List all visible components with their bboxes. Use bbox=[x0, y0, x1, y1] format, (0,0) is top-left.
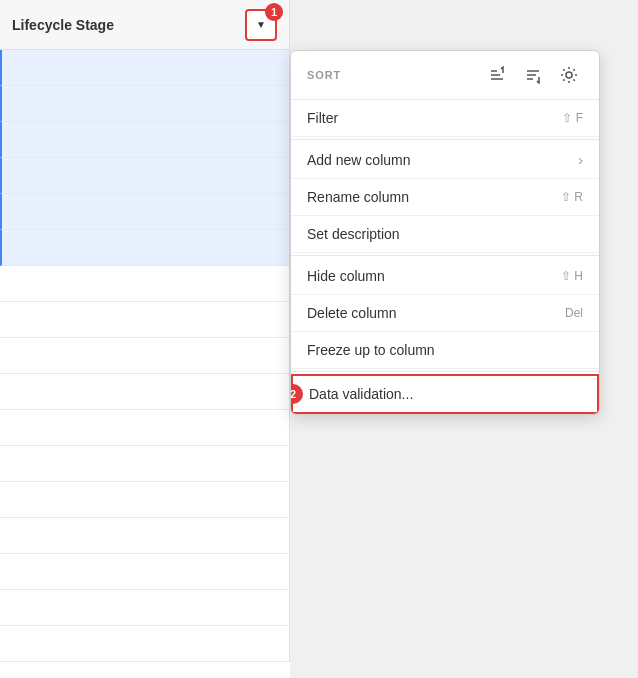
column-dropdown-button[interactable]: 1 bbox=[245, 9, 277, 41]
table-row[interactable] bbox=[0, 482, 290, 518]
menu-item-freeze-column[interactable]: Freeze up to column bbox=[291, 332, 599, 369]
menu-item-add-column[interactable]: Add new column › bbox=[291, 142, 599, 179]
table-row[interactable] bbox=[0, 554, 290, 590]
sort-desc-button[interactable] bbox=[519, 61, 547, 89]
table-row[interactable] bbox=[0, 302, 290, 338]
menu-item-set-description[interactable]: Set description bbox=[291, 216, 599, 253]
table-row[interactable] bbox=[0, 446, 290, 482]
table-row[interactable] bbox=[0, 626, 290, 662]
table-rows-left bbox=[0, 50, 290, 678]
menu-item-shortcut: ⇧ H bbox=[561, 269, 583, 283]
table-row[interactable] bbox=[0, 122, 290, 158]
menu-item-shortcut: ⇧ R bbox=[561, 190, 583, 204]
table-row[interactable] bbox=[0, 410, 290, 446]
menu-item-label: Delete column bbox=[307, 305, 565, 321]
menu-divider bbox=[291, 139, 599, 140]
menu-item-label: Set description bbox=[307, 226, 583, 242]
settings-icon bbox=[560, 66, 578, 84]
column-title: Lifecycle Stage bbox=[12, 17, 245, 33]
menu-item-filter[interactable]: Filter ⇧ F bbox=[291, 100, 599, 137]
badge-2: 2 bbox=[290, 384, 303, 404]
table-row[interactable] bbox=[0, 158, 290, 194]
table-row[interactable] bbox=[0, 230, 290, 266]
sort-asc-button[interactable] bbox=[483, 61, 511, 89]
menu-item-data-validation[interactable]: 2 Data validation... bbox=[291, 374, 599, 414]
sort-settings-button[interactable] bbox=[555, 61, 583, 89]
menu-item-label: Add new column bbox=[307, 152, 578, 168]
badge-1: 1 bbox=[265, 3, 283, 21]
table-row[interactable] bbox=[0, 50, 290, 86]
table-area: Lifecycle Stage 1 SORT bbox=[0, 0, 638, 678]
sort-desc-icon bbox=[524, 66, 542, 84]
menu-item-label: Rename column bbox=[307, 189, 561, 205]
chevron-right-icon: › bbox=[578, 152, 583, 168]
menu-item-rename-column[interactable]: Rename column ⇧ R bbox=[291, 179, 599, 216]
menu-divider bbox=[291, 255, 599, 256]
menu-item-label: Filter bbox=[307, 110, 562, 126]
column-header: Lifecycle Stage 1 bbox=[0, 0, 290, 50]
menu-item-hide-column[interactable]: Hide column ⇧ H bbox=[291, 258, 599, 295]
menu-item-shortcut: Del bbox=[565, 306, 583, 320]
table-row[interactable] bbox=[0, 374, 290, 410]
table-row[interactable] bbox=[0, 194, 290, 230]
sort-section: SORT bbox=[291, 51, 599, 100]
menu-divider bbox=[291, 371, 599, 372]
table-row[interactable] bbox=[0, 518, 290, 554]
menu-item-label: Freeze up to column bbox=[307, 342, 583, 358]
sort-label: SORT bbox=[307, 69, 475, 81]
table-row[interactable] bbox=[0, 590, 290, 626]
table-row[interactable] bbox=[0, 266, 290, 302]
table-row[interactable] bbox=[0, 86, 290, 122]
svg-point-6 bbox=[566, 72, 572, 78]
sort-asc-icon bbox=[488, 66, 506, 84]
menu-item-label: Hide column bbox=[307, 268, 561, 284]
menu-item-delete-column[interactable]: Delete column Del bbox=[291, 295, 599, 332]
table-row[interactable] bbox=[0, 338, 290, 374]
menu-item-shortcut: ⇧ F bbox=[562, 111, 583, 125]
menu-item-label: Data validation... bbox=[309, 386, 581, 402]
column-context-menu: SORT bbox=[290, 50, 600, 415]
